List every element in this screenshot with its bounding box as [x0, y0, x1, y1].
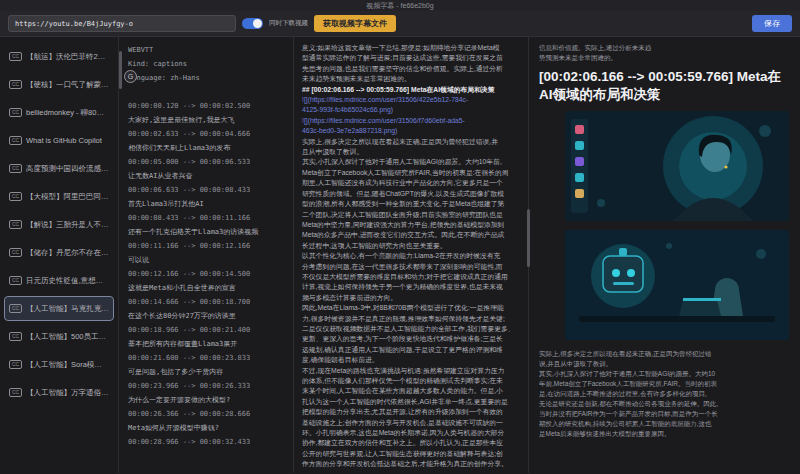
- cue-time: 00:00:08.433 --> 00:00:11.166: [128, 211, 284, 225]
- markdown-article-pane: 意义:如果给这篇文章做一下总结,那便是:如期待地分享记录Meta模 型通常实际运…: [294, 37, 528, 473]
- article-line: 力,很多时候资源并不是真正的瓶颈,推理效率如何保持领先才是关键;: [302, 314, 520, 324]
- preview-intro-line: 势预测未来是非常困难的。: [539, 53, 790, 63]
- cue-text: Meta如何从开源模型中赚钱?: [128, 421, 284, 435]
- caption-icon: CC: [9, 220, 22, 229]
- article-line: ## [00:02:06.166 --> 00:05:59.766] Meta在…: [302, 85, 520, 95]
- sidebar-item-label: 【人工智能】万字通俗解读: [26, 388, 109, 398]
- article-line: 不仅仅是大模型所需要的维度目标和动力;对于把它建设成真正的通用: [302, 272, 520, 282]
- caption-icon: CC: [9, 52, 22, 61]
- sidebar-item[interactable]: CC 高度预测中国四价流感疫苗: [4, 156, 114, 181]
- cue-text: 让无数AI从业者兴奋: [128, 169, 284, 183]
- caption-icon: CC: [9, 108, 22, 117]
- article-scrollbar[interactable]: [527, 209, 530, 267]
- article-line: 且从中汲取了教训。: [302, 147, 520, 157]
- download-video-toggle[interactable]: [242, 18, 263, 29]
- caption-icon: CC: [9, 80, 22, 89]
- sidebar-item[interactable]: CC 【储存】丹尼尔不存在的记忆: [4, 240, 114, 265]
- cue-time: 00:00:21.600 --> 00:00:23.833: [128, 351, 284, 365]
- sidebar-item[interactable]: CC 【人工智能】500员工的AI公司: [4, 324, 114, 349]
- article-line: 作方面的分享和开发机会抵达基础之后,才能升格为真正的创作分享。: [302, 459, 520, 469]
- article-line: 基础设施之上;创作方面的分享与开发机会,是基础设施不可或缺的一: [302, 418, 520, 428]
- preview-body-text: 实际上,很多决定之所以现在看起来正确,正是因为曾经犯过错误,并且从中汲取了教训。…: [539, 349, 790, 439]
- section-heading: [00:02:06.166 --> 00:05:59.766] Meta在AI领…: [539, 68, 790, 104]
- sidebar-item-label: 【储存】丹尼尔不存在的记忆: [26, 248, 109, 258]
- transcript-cue: 00:00:05.000 --> 00:00:06.533 让无数AI从业者兴奋: [128, 155, 284, 183]
- sidebar-item[interactable]: CC belliedmonkey - 聊80年代: [4, 100, 114, 125]
- article-line: 的体系,但不能像人们那样仅凭一个模型的精确测试去判断事实;在未: [302, 376, 520, 386]
- cue-text: 相信你们天天刷上Llama3的发布: [128, 141, 284, 155]
- caption-icon: CC: [9, 276, 22, 285]
- cue-text: 这就是Meta和小扎自全世界的宣言: [128, 281, 284, 295]
- article-line: 分考虑到的问题,在这一代里很多技术都带来了深刻影响的可能性,而: [302, 262, 520, 272]
- article-line: 公开的研究与世界观,让人工智能生态获得更好的基础解释与表达;创: [302, 449, 520, 459]
- toggle-knob: [253, 19, 262, 28]
- sidebar-item-label: 高度预测中国四价流感疫苗: [26, 164, 109, 174]
- cue-time: 00:00:14.666 --> 00:00:18.700: [128, 295, 284, 309]
- sidebar-item-label: 【人工智能】马克扎克伯格访谈: [26, 304, 109, 314]
- sidebar-item[interactable]: CC 日元历史性贬值,意想不到: [4, 268, 114, 293]
- transcript-cue: 00:00:21.600 --> 00:00:23.833 可是问题,包括了多少…: [128, 351, 284, 379]
- cue-time: 00:00:00.120 --> 00:00:02.500: [128, 99, 284, 113]
- preview-image-robot-desk: [565, 230, 789, 340]
- sidebar-item-label: 【解说】三胎升是人不是韭菜: [26, 220, 109, 230]
- preview-body-line: 无论是研究还是创新,都在不断推动公司各项业务的延伸。因此,: [539, 399, 790, 409]
- save-button[interactable]: 保存: [752, 15, 792, 32]
- sidebar-item[interactable]: CC 【人工智能】万字通俗解读: [4, 380, 114, 405]
- article-line: 远规划,确认真正通用人工智能的问题,于是设立了更严格的评测和维: [302, 345, 520, 355]
- sidebar-item[interactable]: CC What is GitHub Copilot: [4, 128, 114, 153]
- sidebar-item-label: 【人工智能】500员工的AI公司: [26, 332, 109, 342]
- cue-text: 为什么一定要开源要做的大模型?: [128, 393, 284, 407]
- fetch-subtitles-button[interactable]: 获取视频字幕文件: [314, 15, 396, 32]
- transcript-cue: 00:00:08.433 --> 00:00:11.166 还有一个扎克伯格关于…: [128, 211, 284, 239]
- article-line: 意义:如果给这篇文章做一下总结,那便是:如期待地分享记录Meta模: [302, 43, 520, 53]
- preview-intro-line: 信息和价值观。实际上,通过分析未来趋: [539, 43, 790, 53]
- transcript-cue: 00:00:11.166 --> 00:00:12.166 可以说: [128, 239, 284, 267]
- sidebar-item[interactable]: CC 【硬核】一口气了解蒙古国: [4, 72, 114, 97]
- sidebar-item[interactable]: CC 【大模型】阿里巴巴同义千问: [4, 184, 114, 209]
- article-line: 不过,现在Meta的路线也充满挑战与机遇:虽然希望建立应对算力压力: [302, 366, 520, 376]
- caption-icon: CC: [9, 164, 22, 173]
- sidebar-item[interactable]: CC 【航运】沃伦巴菲特2024股东大会: [4, 44, 114, 69]
- cue-time: 00:00:28.966 --> 00:00:32.433: [128, 435, 284, 449]
- caption-icon: CC: [9, 304, 22, 313]
- article-line: Meta的中坚力量,同时建设强大的算力平台,把领先的基础模型添加到: [302, 220, 520, 230]
- cue-text: 可以说: [128, 253, 284, 267]
- cue-time: 00:00:18.966 --> 00:00:21.400: [128, 323, 284, 337]
- caption-icon: CC: [9, 192, 22, 201]
- cue-text: 还有一个扎克伯格关于Llama3的访谈视频: [128, 225, 284, 239]
- article-line: 因此,Meta在Llama-3中,对8B和70B两个模型进行了优化:一是推理能: [302, 303, 520, 313]
- sidebar-item-label: 【航运】沃伦巴菲特2024股东大会: [26, 52, 109, 62]
- caption-icon: CC: [9, 360, 22, 369]
- caption-icon: CC: [9, 388, 22, 397]
- transcript-cue: 00:00:00.120 --> 00:00:02.500 大家好,这里是最佳旅…: [128, 99, 284, 127]
- preview-body-line: 是,在访问道路上不断推进的过程里,会有许多多样化的项目,: [539, 389, 790, 399]
- cue-time: 00:00:12.166 --> 00:00:14.500: [128, 267, 284, 281]
- article-line: 环。小扎明确表示,这也是Meta的长期承诺,因为人类与机器的大部分: [302, 428, 520, 438]
- article-line: 二是仅仅获取视频数据并不是人工智能能力的全部工作,我们需要更多、: [302, 324, 520, 334]
- sidebar-item[interactable]: CC 【解说】三胎升是人不是韭菜: [4, 212, 114, 237]
- cue-text: 可是问题,包括了多少干货内容: [128, 365, 284, 379]
- sidebar-item[interactable]: CC 【人工智能】Sora模型解读: [4, 352, 114, 377]
- vtt-header-line: WEBVTT: [128, 43, 284, 57]
- robot-desk-illustration: [565, 230, 789, 340]
- cue-text: 大家好,这里是最佳旅行,我是大飞: [128, 113, 284, 127]
- vtt-header-line: Language: zh-Hans: [128, 71, 284, 85]
- article-line: 463c-bed0-3e7e2a887218.png): [302, 126, 520, 136]
- url-input[interactable]: [8, 15, 236, 32]
- article-line: 先思考的问题,也是我们需要坚守的信念和价值观。实际上,通过分析: [302, 64, 520, 74]
- preview-intro-text: 信息和价值观。实际上,通过分析未来趋势预测未来是非常困难的。: [539, 43, 790, 63]
- floating-badge-g[interactable]: G: [124, 70, 137, 83]
- preview-body-line: 实际上,很多决定之所以现在看起来正确,正是因为曾经犯过错: [539, 349, 790, 359]
- article-line: Meta的众多产品中,进而改变它们的交互方式。因此,在不断的产品成: [302, 230, 520, 240]
- article-line: 来某个时间,人工智能会在某些方面超越大多数人类的能力。但是,小: [302, 386, 520, 396]
- sidebar-item[interactable]: CC 【人工智能】马克扎克伯格访谈: [4, 296, 114, 321]
- article-line: ![](https://files.mdnice.com/user/31506/…: [302, 116, 520, 126]
- sidebar-scrollbar[interactable]: [119, 51, 122, 89]
- article-line: 二个团队,决定将人工智能团队全面升级;目前实验室的研究团队也是: [302, 210, 520, 220]
- cue-time: 00:00:26.366 --> 00:00:28.666: [128, 407, 284, 421]
- article-line: 型的浪潮,所有人都感受到一种全新的重大变化,于是Meta也组建了第: [302, 199, 520, 209]
- transcript-cue: 00:00:06.633 --> 00:00:08.433 首先Llama3吊打…: [128, 183, 284, 211]
- main-content: CC 【航运】沃伦巴菲特2024股东大会 CC 【硬核】一口气了解蒙古国 CC …: [0, 37, 800, 473]
- transcript-cue: 00:00:12.166 --> 00:00:14.500 这就是Meta和小扎…: [128, 267, 284, 295]
- article-line: 更新、更深入的思考,为下一个阶段更快地迭代和维护做准备;三是长: [302, 334, 520, 344]
